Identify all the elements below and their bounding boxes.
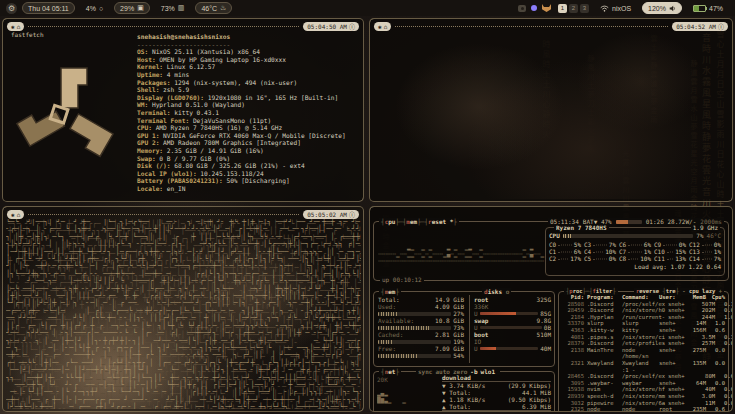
process-cell: pipewire xyxy=(587,400,619,407)
core-meter xyxy=(663,245,677,246)
table-row[interactable]: 2138MainThrenode /home/snsneh+275M0.0 xyxy=(559,347,728,360)
tab-clock: 05:04:52 AM ⓘ xyxy=(672,22,728,31)
btop-tabs: ┤cpu├─┤mem├─┤reset *├ xyxy=(379,218,459,225)
process-cell: 156M xyxy=(684,327,706,334)
process-cell: 11M xyxy=(693,400,715,407)
table-row[interactable]: 28379.Discord/etc/profilessneh+257M0.0 xyxy=(559,340,728,347)
upload-header: upload xyxy=(442,411,464,412)
workspace-button[interactable]: 1 xyxy=(558,4,567,13)
process-cell: .pipes.s xyxy=(587,334,619,341)
fastfetch-value: 10.245.153.118/24 xyxy=(200,170,263,177)
fastfetch-terminal-window[interactable]: ✱ ⌂ 05:04:50 AM ⓘ fastfetch xyxy=(2,18,364,202)
memory-module[interactable]: 29% ▣ xyxy=(114,2,150,14)
process-cell: 33370 xyxy=(562,320,584,327)
core-usage-cell: C410% xyxy=(584,248,616,255)
table-row[interactable]: 4363.kitty-wkittysneh+156M0.6 xyxy=(559,327,728,334)
meter-track xyxy=(378,340,451,344)
table-row[interactable]: 28939speech-d/nix/store/mmsneh+3.0M0.0 xyxy=(559,393,728,400)
disk-percent: 73% xyxy=(161,5,175,12)
table-row[interactable]: 3032pipewire/nix/store/6asneh+11M0.0 xyxy=(559,400,728,407)
screenshot-tray-icon[interactable] xyxy=(518,5,526,12)
pipes-terminal-window[interactable]: ✱ ⌂ 05:05:02 AM ⓘ ─┐─ ┘┘ ╴│└ │┐ ┼╴ ┘╴┌┌─… xyxy=(2,206,364,412)
table-row[interactable]: 2321XwaylandXwayland :1 -sneh+135M0.0 xyxy=(559,360,728,373)
kitty-tab-bar: ✱ ⌂ 05:04:50 AM ⓘ xyxy=(7,21,359,31)
network-panel: ┤net├ syncautozero-bwlo1 20K ▂▄▂ █▆▃▁ ▁ … xyxy=(373,371,555,412)
cpu-panel: ┤cpu├─┤mem├─┤reset *├ 05:11:34 BAT▼ 47% … xyxy=(373,221,729,281)
process-cell: .Discord xyxy=(587,340,619,347)
cpu-history-graph: ▂▁ ▁ ▁ ▂ ▁ ▁▂ ▁ ▁ ▂ ╌╌╌╌╌▁╌╌▁▁╌╌▁╌▁╌╌╌▁▄… xyxy=(378,236,546,270)
table-row[interactable]: 28459.Discord/nix/store/h0sneh+202M0.0 xyxy=(559,307,728,314)
core-percent: 0% xyxy=(609,255,616,262)
battery-percent: 47% xyxy=(709,5,723,12)
disk-used-fill xyxy=(480,312,516,316)
workspace-button[interactable]: 3 xyxy=(580,4,589,13)
memory-stats: Total:14.9 GiBUsed:4.09 GiB27%Available:… xyxy=(378,296,464,359)
process-cell: 0.6 xyxy=(709,327,725,334)
core-name: C2 xyxy=(549,255,556,262)
disk-module[interactable]: 73% ▥ xyxy=(155,2,191,14)
memory-stat-row: Available:10.8 GiB xyxy=(378,317,464,324)
fastfetch-label: Memory: xyxy=(137,147,167,154)
process-cell: /nix/store/h0 xyxy=(622,307,665,314)
btop-terminal-window[interactable]: ┤cpu├─┤mem├─┤reset *├ 05:11:34 BAT▼ 47% … xyxy=(369,206,733,412)
process-cell: /nix/store/mm xyxy=(622,393,665,400)
workspace-button[interactable]: 2 xyxy=(569,4,578,13)
process-cell: 1.0 xyxy=(709,320,725,327)
table-row[interactable]: 33370slurpslurpsneh+14M1.0 xyxy=(559,320,728,327)
discord-tray-icon[interactable] xyxy=(531,5,537,11)
process-sort-buttons[interactable]: reverse ┤tre├ - cpu lazy + xyxy=(634,288,724,295)
temperature-module[interactable]: 46°C ♨ xyxy=(195,2,232,14)
cpu-module[interactable]: 4% ○ xyxy=(80,2,109,14)
table-row[interactable]: 28465.Discord/proc/self/exsneh+80M0.6 xyxy=(559,373,728,380)
fastfetch-value: OMEN by HP Gaming Laptop 16-xd0xxx xyxy=(159,56,286,63)
process-column-header[interactable]: MemB xyxy=(684,294,706,301)
network-module[interactable]: nixOS xyxy=(594,2,637,14)
image-viewer-window[interactable]: ✱ ⌂ 05:04:52 AM ⓘ xyxy=(369,18,733,202)
meter-fill xyxy=(378,354,418,358)
core-usage-cell: C37% xyxy=(584,241,616,248)
tab-launcher-pill[interactable]: ✱ ⌂ xyxy=(374,22,391,31)
table-row[interactable]: 15938nvim/nix/store/hfsneh+40M0.6 xyxy=(559,386,728,393)
table-row[interactable]: 3095.waybar-waybarsneh+64M0.0 xyxy=(559,380,728,387)
tab-launcher-pill[interactable]: ✱ ⌂ xyxy=(7,210,24,219)
fastfetch-value: 4 mins xyxy=(167,71,189,78)
table-row[interactable]: 2184.Hyprlan/run/current-sneh+244M1.0 xyxy=(559,314,728,321)
table-row[interactable]: 2325nodenode /server/root235M0.6 xyxy=(559,406,728,412)
memory-stat-row: Used:4.09 GiB xyxy=(378,303,464,310)
fastfetch-label: Uptime: xyxy=(137,71,167,78)
net-button[interactable]: sync xyxy=(418,368,432,375)
meter-percent: 19% xyxy=(453,338,464,345)
gear-icon[interactable]: ⚙ xyxy=(6,3,17,14)
process-cell: .Discord xyxy=(587,301,619,308)
process-cell: 3095 xyxy=(562,380,584,387)
pipes-screensaver-output: ─┐─ ┘┘ ╴│└ │┐ ┼╴ ┘╴┌┌─ │ │┐╴─└ │─│││└─┐┘… xyxy=(6,219,361,409)
battery-module[interactable]: 47% xyxy=(687,2,729,14)
process-cell: .kitty-w xyxy=(587,327,619,334)
cpu-model-label: Ryzen 7 7840HS xyxy=(554,224,609,231)
home-icon: ⌂ xyxy=(17,211,21,218)
process-column-header[interactable]: Program: xyxy=(587,294,619,301)
process-column-header[interactable]: Command: xyxy=(622,294,656,301)
core-name: C0 xyxy=(549,241,556,248)
process-column-header[interactable]: User: xyxy=(659,294,681,301)
process-column-header[interactable]: Pid: xyxy=(562,294,584,301)
table-row[interactable]: 4081.pipes.s/nix/store/cisneh+3.5M0.3 xyxy=(559,334,728,341)
core-name: C1 xyxy=(549,248,556,255)
table-row[interactable]: 28508.Discord/proc/self/exsneh+507M0.1 xyxy=(559,301,728,308)
volume-module[interactable]: 120% xyxy=(642,2,682,14)
process-table-header[interactable]: Pid:Program:Command:User:MemBCpu% xyxy=(559,294,728,301)
process-cell: 235M xyxy=(684,406,706,412)
process-column-header[interactable]: Cpu% xyxy=(709,294,725,301)
process-cell: .Hyprlan xyxy=(587,314,619,321)
process-cell: slurp xyxy=(587,320,619,327)
process-cell: 2321 xyxy=(562,360,584,373)
disk-name: root xyxy=(474,296,488,303)
core-meter xyxy=(702,245,712,246)
fox-tray-icon[interactable] xyxy=(542,4,551,12)
core-usage-cell: C66% xyxy=(619,241,651,248)
process-cell: 2138 xyxy=(562,347,584,360)
tab-launcher-pill[interactable]: ✱ ⌂ xyxy=(7,22,24,31)
clock-module[interactable]: Thu 04 05:11 xyxy=(22,2,75,14)
memory-percent: 29% xyxy=(120,5,134,12)
home-icon: ⌂ xyxy=(17,23,21,30)
